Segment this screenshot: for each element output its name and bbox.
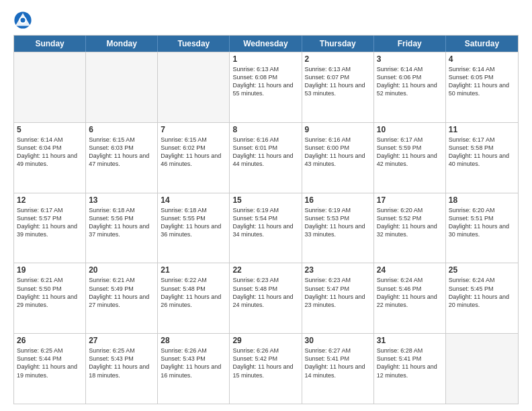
day-number: 30 [305,336,371,345]
weekday-header-saturday: Saturday [446,36,518,52]
day-number: 6 [89,125,154,134]
calendar-cell-13: 13Sunrise: 6:18 AM Sunset: 5:56 PM Dayli… [86,193,158,263]
day-number: 2 [305,54,371,64]
cell-info: Sunrise: 6:17 AM Sunset: 5:58 PM Dayligh… [449,136,515,169]
calendar-row-2: 12Sunrise: 6:17 AM Sunset: 5:57 PM Dayli… [14,193,518,263]
calendar-cell-17: 17Sunrise: 6:20 AM Sunset: 5:52 PM Dayli… [374,193,446,263]
cell-info: Sunrise: 6:17 AM Sunset: 5:59 PM Dayligh… [377,136,443,169]
logo-icon [13,11,32,30]
calendar-cell-22: 22Sunrise: 6:23 AM Sunset: 5:48 PM Dayli… [230,263,302,333]
calendar-cell-14: 14Sunrise: 6:18 AM Sunset: 5:55 PM Dayli… [158,193,230,263]
day-number: 3 [377,54,443,64]
calendar-cell-30: 30Sunrise: 6:27 AM Sunset: 5:41 PM Dayli… [302,334,374,404]
cell-info: Sunrise: 6:23 AM Sunset: 5:47 PM Dayligh… [305,276,371,309]
cell-info: Sunrise: 6:26 AM Sunset: 5:43 PM Dayligh… [161,347,226,379]
day-number: 15 [232,195,298,205]
calendar-row-0: 1Sunrise: 6:13 AM Sunset: 6:08 PM Daylig… [14,52,518,122]
day-number: 9 [305,125,371,134]
day-number: 8 [232,125,298,134]
calendar-cell-26: 26Sunrise: 6:25 AM Sunset: 5:44 PM Dayli… [14,334,86,404]
calendar-cell-18: 18Sunrise: 6:20 AM Sunset: 5:51 PM Dayli… [446,193,518,263]
calendar-cell-3: 3Sunrise: 6:14 AM Sunset: 6:06 PM Daylig… [374,52,446,122]
cell-info: Sunrise: 6:21 AM Sunset: 5:50 PM Dayligh… [17,276,83,309]
calendar-header: SundayMondayTuesdayWednesdayThursdayFrid… [14,36,518,52]
cell-info: Sunrise: 6:21 AM Sunset: 5:49 PM Dayligh… [89,276,154,309]
day-number: 14 [161,195,226,205]
calendar-cell-empty-4-6 [446,334,518,404]
day-number: 16 [305,195,371,205]
calendar-cell-23: 23Sunrise: 6:23 AM Sunset: 5:47 PM Dayli… [302,263,374,333]
weekday-header-wednesday: Wednesday [230,36,302,52]
calendar-cell-9: 9Sunrise: 6:16 AM Sunset: 6:00 PM Daylig… [302,123,374,193]
header [13,11,519,30]
logo [13,11,34,30]
day-number: 26 [17,336,83,345]
calendar-cell-24: 24Sunrise: 6:24 AM Sunset: 5:46 PM Dayli… [374,263,446,333]
weekday-header-friday: Friday [374,36,446,52]
calendar-cell-6: 6Sunrise: 6:15 AM Sunset: 6:03 PM Daylig… [86,123,158,193]
calendar-cell-29: 29Sunrise: 6:26 AM Sunset: 5:42 PM Dayli… [230,334,302,404]
calendar-cell-25: 25Sunrise: 6:24 AM Sunset: 5:45 PM Dayli… [446,263,518,333]
day-number: 19 [17,265,83,275]
cell-info: Sunrise: 6:20 AM Sunset: 5:52 PM Dayligh… [377,206,443,239]
calendar-cell-empty-0-0 [14,52,86,122]
calendar-cell-21: 21Sunrise: 6:22 AM Sunset: 5:48 PM Dayli… [158,263,230,333]
cell-info: Sunrise: 6:23 AM Sunset: 5:48 PM Dayligh… [232,276,298,309]
day-number: 20 [89,265,154,275]
calendar-cell-2: 2Sunrise: 6:13 AM Sunset: 6:07 PM Daylig… [302,52,374,122]
cell-info: Sunrise: 6:26 AM Sunset: 5:42 PM Dayligh… [232,347,298,379]
day-number: 12 [17,195,83,205]
day-number: 11 [449,125,515,134]
cell-info: Sunrise: 6:14 AM Sunset: 6:05 PM Dayligh… [449,65,515,98]
calendar-cell-10: 10Sunrise: 6:17 AM Sunset: 5:59 PM Dayli… [374,123,446,193]
day-number: 4 [449,54,515,64]
day-number: 10 [377,125,443,134]
day-number: 17 [377,195,443,205]
calendar-cell-8: 8Sunrise: 6:16 AM Sunset: 6:01 PM Daylig… [230,123,302,193]
calendar-cell-19: 19Sunrise: 6:21 AM Sunset: 5:50 PM Dayli… [14,263,86,333]
cell-info: Sunrise: 6:19 AM Sunset: 5:54 PM Dayligh… [232,206,298,239]
cell-info: Sunrise: 6:19 AM Sunset: 5:53 PM Dayligh… [305,206,371,239]
calendar-cell-7: 7Sunrise: 6:15 AM Sunset: 6:02 PM Daylig… [158,123,230,193]
day-number: 27 [89,336,154,345]
cell-info: Sunrise: 6:24 AM Sunset: 5:45 PM Dayligh… [449,276,515,309]
cell-info: Sunrise: 6:15 AM Sunset: 6:03 PM Dayligh… [89,136,154,169]
day-number: 29 [232,336,298,345]
calendar-cell-16: 16Sunrise: 6:19 AM Sunset: 5:53 PM Dayli… [302,193,374,263]
day-number: 5 [17,125,83,134]
cell-info: Sunrise: 6:15 AM Sunset: 6:02 PM Dayligh… [161,136,226,169]
cell-info: Sunrise: 6:13 AM Sunset: 6:07 PM Dayligh… [305,65,371,98]
cell-info: Sunrise: 6:25 AM Sunset: 5:44 PM Dayligh… [17,347,83,379]
weekday-header-monday: Monday [86,36,158,52]
calendar-cell-5: 5Sunrise: 6:14 AM Sunset: 6:04 PM Daylig… [14,123,86,193]
calendar-cell-20: 20Sunrise: 6:21 AM Sunset: 5:49 PM Dayli… [86,263,158,333]
cell-info: Sunrise: 6:24 AM Sunset: 5:46 PM Dayligh… [377,276,443,309]
weekday-header-thursday: Thursday [302,36,374,52]
calendar-cell-31: 31Sunrise: 6:28 AM Sunset: 5:41 PM Dayli… [374,334,446,404]
calendar-row-4: 26Sunrise: 6:25 AM Sunset: 5:44 PM Dayli… [14,333,518,404]
cell-info: Sunrise: 6:17 AM Sunset: 5:57 PM Dayligh… [17,206,83,239]
calendar-cell-28: 28Sunrise: 6:26 AM Sunset: 5:43 PM Dayli… [158,334,230,404]
cell-info: Sunrise: 6:28 AM Sunset: 5:41 PM Dayligh… [377,347,443,379]
calendar-cell-12: 12Sunrise: 6:17 AM Sunset: 5:57 PM Dayli… [14,193,86,263]
calendar-cell-15: 15Sunrise: 6:19 AM Sunset: 5:54 PM Dayli… [230,193,302,263]
calendar-cell-empty-0-1 [86,52,158,122]
cell-info: Sunrise: 6:18 AM Sunset: 5:56 PM Dayligh… [89,206,154,239]
weekday-header-tuesday: Tuesday [158,36,230,52]
calendar-cell-empty-0-2 [158,52,230,122]
calendar-cell-4: 4Sunrise: 6:14 AM Sunset: 6:05 PM Daylig… [446,52,518,122]
calendar-cell-1: 1Sunrise: 6:13 AM Sunset: 6:08 PM Daylig… [230,52,302,122]
calendar-cell-27: 27Sunrise: 6:25 AM Sunset: 5:43 PM Dayli… [86,334,158,404]
day-number: 28 [161,336,226,345]
cell-info: Sunrise: 6:25 AM Sunset: 5:43 PM Dayligh… [89,347,154,379]
day-number: 7 [161,125,226,134]
day-number: 24 [377,265,443,275]
cell-info: Sunrise: 6:13 AM Sunset: 6:08 PM Dayligh… [232,65,298,98]
cell-info: Sunrise: 6:18 AM Sunset: 5:55 PM Dayligh… [161,206,226,239]
cell-info: Sunrise: 6:20 AM Sunset: 5:51 PM Dayligh… [449,206,515,239]
day-number: 22 [232,265,298,275]
cell-info: Sunrise: 6:27 AM Sunset: 5:41 PM Dayligh… [305,347,371,379]
cell-info: Sunrise: 6:16 AM Sunset: 6:01 PM Dayligh… [232,136,298,169]
day-number: 31 [377,336,443,345]
calendar: SundayMondayTuesdayWednesdayThursdayFrid… [13,35,519,404]
